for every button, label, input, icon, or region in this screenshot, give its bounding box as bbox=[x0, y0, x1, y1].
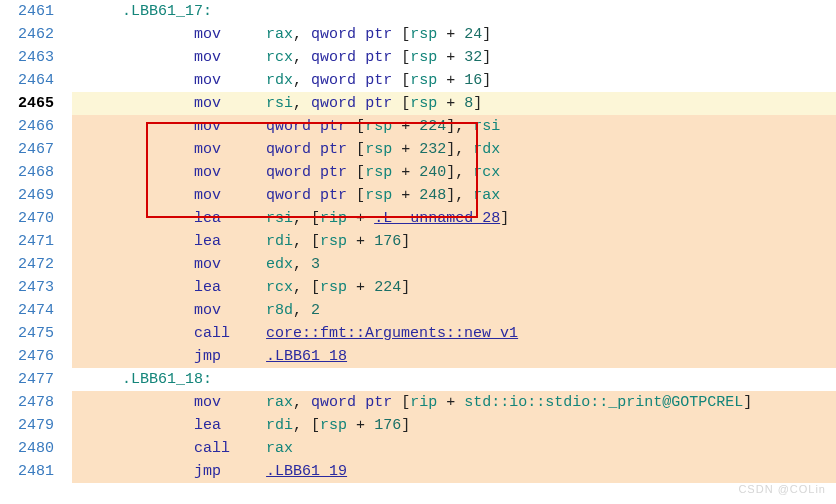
code-cell[interactable]: mov edx, 3 bbox=[84, 253, 836, 276]
line-number[interactable]: 2474 bbox=[0, 299, 72, 322]
code-cell[interactable]: lea rsi, [rip + .L__unnamed_28] bbox=[84, 207, 836, 230]
code-row[interactable]: 2477 .LBB61_18: bbox=[0, 368, 836, 391]
line-number[interactable]: 2478 bbox=[0, 391, 72, 414]
token-text: , bbox=[293, 95, 311, 112]
code-row[interactable]: 2465 mov rsi, qword ptr [rsp + 8] bbox=[0, 92, 836, 115]
code-row[interactable]: 2471 lea rdi, [rsp + 176] bbox=[0, 230, 836, 253]
line-number[interactable]: 2472 bbox=[0, 253, 72, 276]
code-row[interactable]: 2469 mov qword ptr [rsp + 248], rax bbox=[0, 184, 836, 207]
token-text: + bbox=[347, 210, 374, 227]
token-rg: rsp bbox=[320, 279, 347, 296]
line-number[interactable]: 2481 bbox=[0, 460, 72, 483]
token-rg: rsi bbox=[266, 210, 293, 227]
code-cell[interactable]: mov rsi, qword ptr [rsp + 8] bbox=[84, 92, 836, 115]
line-number[interactable]: 2462 bbox=[0, 23, 72, 46]
line-number[interactable]: 2479 bbox=[0, 414, 72, 437]
token-mn: lea bbox=[194, 210, 221, 227]
token-text bbox=[86, 3, 122, 20]
token-rg: rip bbox=[410, 394, 437, 411]
line-number[interactable]: 2465 bbox=[0, 92, 72, 115]
token-mn: mov bbox=[194, 26, 221, 43]
line-number[interactable]: 2469 bbox=[0, 184, 72, 207]
token-text: + bbox=[347, 233, 374, 250]
line-number[interactable]: 2468 bbox=[0, 161, 72, 184]
line-number[interactable]: 2477 bbox=[0, 368, 72, 391]
token-text: [ bbox=[392, 49, 410, 66]
token-rg: rax bbox=[266, 26, 293, 43]
token-text: ], bbox=[446, 118, 473, 135]
code-cell[interactable]: mov rcx, qword ptr [rsp + 32] bbox=[84, 46, 836, 69]
token-text bbox=[221, 95, 266, 112]
token-text bbox=[311, 187, 320, 204]
code-cell[interactable]: mov qword ptr [rsp + 248], rax bbox=[84, 184, 836, 207]
code-row[interactable]: 2470 lea rsi, [rip + .L__unnamed_28] bbox=[0, 207, 836, 230]
code-row[interactable]: 2481 jmp .LBB61_19 bbox=[0, 460, 836, 483]
token-text bbox=[86, 118, 194, 135]
gutter bbox=[72, 184, 84, 207]
token-mn: mov bbox=[194, 164, 221, 181]
token-rg: rdx bbox=[473, 141, 500, 158]
code-row[interactable]: 2480 call rax bbox=[0, 437, 836, 460]
code-row[interactable]: 2462 mov rax, qword ptr [rsp + 24] bbox=[0, 23, 836, 46]
code-row[interactable]: 2476 jmp .LBB61_18 bbox=[0, 345, 836, 368]
token-text bbox=[221, 417, 266, 434]
gutter bbox=[72, 69, 84, 92]
token-mn: qword bbox=[266, 187, 311, 204]
code-cell[interactable]: jmp .LBB61_18 bbox=[84, 345, 836, 368]
token-text: + bbox=[392, 141, 419, 158]
token-text bbox=[86, 302, 194, 319]
token-mn: qword bbox=[266, 164, 311, 181]
code-cell[interactable]: mov rax, qword ptr [rip + std::io::stdio… bbox=[84, 391, 836, 414]
code-cell[interactable]: lea rcx, [rsp + 224] bbox=[84, 276, 836, 299]
token-text bbox=[221, 49, 266, 66]
code-row[interactable]: 2461 .LBB61_17: bbox=[0, 0, 836, 23]
line-number[interactable]: 2467 bbox=[0, 138, 72, 161]
gutter bbox=[72, 322, 84, 345]
token-fn: .L__unnamed_28 bbox=[374, 210, 500, 227]
code-cell[interactable]: .LBB61_17: bbox=[84, 0, 836, 23]
line-number[interactable]: 2473 bbox=[0, 276, 72, 299]
code-row[interactable]: 2478 mov rax, qword ptr [rip + std::io::… bbox=[0, 391, 836, 414]
token-rg: edx bbox=[266, 256, 293, 273]
token-text bbox=[86, 72, 194, 89]
token-text bbox=[221, 394, 266, 411]
line-number[interactable]: 2475 bbox=[0, 322, 72, 345]
token-text: [ bbox=[392, 95, 410, 112]
line-number[interactable]: 2476 bbox=[0, 345, 72, 368]
code-cell[interactable]: lea rdi, [rsp + 176] bbox=[84, 414, 836, 437]
code-cell[interactable]: jmp .LBB61_19 bbox=[84, 460, 836, 483]
token-mn: qword bbox=[311, 49, 356, 66]
line-number[interactable]: 2464 bbox=[0, 69, 72, 92]
token-rg: rsi bbox=[266, 95, 293, 112]
code-row[interactable]: 2474 mov r8d, 2 bbox=[0, 299, 836, 322]
code-cell[interactable]: mov rax, qword ptr [rsp + 24] bbox=[84, 23, 836, 46]
line-number[interactable]: 2470 bbox=[0, 207, 72, 230]
code-cell[interactable]: call core::fmt::Arguments::new_v1 bbox=[84, 322, 836, 345]
line-number[interactable]: 2466 bbox=[0, 115, 72, 138]
code-row[interactable]: 2466 mov qword ptr [rsp + 224], rsi bbox=[0, 115, 836, 138]
code-row[interactable]: 2472 mov edx, 3 bbox=[0, 253, 836, 276]
code-cell[interactable]: mov qword ptr [rsp + 240], rcx bbox=[84, 161, 836, 184]
code-row[interactable]: 2479 lea rdi, [rsp + 176] bbox=[0, 414, 836, 437]
code-cell[interactable]: mov qword ptr [rsp + 232], rdx bbox=[84, 138, 836, 161]
code-cell[interactable]: mov qword ptr [rsp + 224], rsi bbox=[84, 115, 836, 138]
code-row[interactable]: 2467 mov qword ptr [rsp + 232], rdx bbox=[0, 138, 836, 161]
line-number[interactable]: 2461 bbox=[0, 0, 72, 23]
code-row[interactable]: 2464 mov rdx, qword ptr [rsp + 16] bbox=[0, 69, 836, 92]
code-cell[interactable]: .LBB61_18: bbox=[84, 368, 836, 391]
code-row[interactable]: 2473 lea rcx, [rsp + 224] bbox=[0, 276, 836, 299]
code-row[interactable]: 2463 mov rcx, qword ptr [rsp + 32] bbox=[0, 46, 836, 69]
token-text bbox=[86, 49, 194, 66]
code-cell[interactable]: mov r8d, 2 bbox=[84, 299, 836, 322]
code-cell[interactable]: lea rdi, [rsp + 176] bbox=[84, 230, 836, 253]
token-text: [ bbox=[392, 72, 410, 89]
code-cell[interactable]: call rax bbox=[84, 437, 836, 460]
code-cell[interactable]: mov rdx, qword ptr [rsp + 16] bbox=[84, 69, 836, 92]
token-text: , bbox=[293, 72, 311, 89]
line-number[interactable]: 2480 bbox=[0, 437, 72, 460]
token-text bbox=[311, 141, 320, 158]
line-number[interactable]: 2463 bbox=[0, 46, 72, 69]
code-row[interactable]: 2475 call core::fmt::Arguments::new_v1 bbox=[0, 322, 836, 345]
line-number[interactable]: 2471 bbox=[0, 230, 72, 253]
code-row[interactable]: 2468 mov qword ptr [rsp + 240], rcx bbox=[0, 161, 836, 184]
